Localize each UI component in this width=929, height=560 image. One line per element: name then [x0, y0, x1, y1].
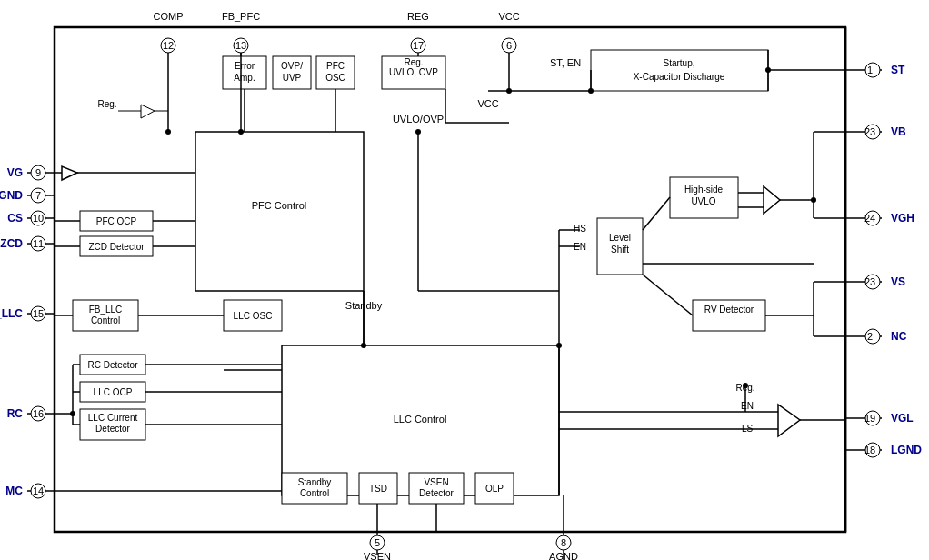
vcc-top-label: VCC: [498, 11, 519, 22]
agnd-pin-num: 8: [561, 537, 566, 548]
mc-pin-num: 14: [33, 485, 44, 496]
pfc-osc-label: PFC: [326, 61, 345, 71]
fb-llc-pin-num: 15: [33, 308, 44, 319]
cs-pin-label: CS: [7, 212, 23, 225]
svg-line-12: [141, 105, 155, 111]
tsd-label: TSD: [369, 484, 387, 494]
comp-pin-num: 12: [163, 40, 174, 51]
llc-ocp-label: LLC OCP: [94, 387, 133, 397]
llc-current-det-label: LLC Current: [88, 413, 138, 423]
svg-line-99: [643, 275, 693, 315]
cs-pin-num: 10: [33, 213, 44, 224]
llc-osc-label: LLC OSC: [234, 311, 273, 321]
vsen-pin-label: VSEN: [364, 551, 391, 560]
vsen-det-label: VSEN: [424, 477, 448, 487]
vcc-inner-label: VCC: [477, 98, 498, 109]
uvlo-ovp-label: UVLO/OVP: [393, 114, 444, 125]
rv-detector-label: RV Detector: [704, 305, 754, 315]
reg-label: REG: [407, 11, 429, 22]
rc-pin-label: RC: [7, 407, 24, 420]
zcd-pin-num: 11: [33, 238, 44, 249]
st-pin-label: ST: [891, 64, 905, 76]
svg-point-112: [361, 343, 366, 348]
lgnd-pin-num: 18: [864, 445, 875, 455]
svg-point-125: [588, 88, 594, 94]
pfc-ocp-label: PFC OCP: [96, 216, 137, 226]
svg-point-127: [765, 67, 771, 73]
pgnd-pin-num: 7: [35, 190, 41, 201]
rc-pin-num: 16: [33, 408, 44, 419]
nc-pin-num: 2: [867, 331, 873, 342]
ovp-uvp-label: OVP/: [281, 61, 303, 71]
reg-uvlo-ovp-label: Reg.: [404, 57, 423, 67]
svg-point-143: [415, 129, 421, 135]
hs-label: HS: [574, 224, 586, 234]
reg-uvlo-ovp-label2: UVLO, OVP: [389, 67, 438, 77]
vg-pin-label: VG: [7, 166, 23, 179]
vsen-det-label2: Detector: [419, 488, 454, 498]
standby-control-label2: Control: [300, 488, 329, 498]
vsen-pin-num: 5: [375, 537, 380, 548]
zcd-detector-label: ZCD Detector: [88, 242, 145, 252]
vgl-pin-label: VGL: [891, 412, 914, 425]
high-side-uvlo-label2: UVLO: [691, 196, 715, 206]
svg-marker-51: [62, 166, 77, 180]
llc-control-label: LLC Control: [394, 414, 447, 425]
fb-pfc-pin-num: 13: [235, 40, 246, 51]
svg-rect-50: [195, 132, 364, 291]
svg-rect-15: [591, 50, 768, 91]
fb-llc-pin-label: FB_LLC: [0, 307, 23, 320]
comp-label: COMP: [154, 11, 184, 22]
nc-pin-label: NC: [891, 330, 907, 343]
rc-detector-label: RC Detector: [87, 360, 138, 370]
high-side-uvlo-label: High-side: [684, 185, 724, 195]
standby-control-label: Standby: [298, 477, 332, 487]
diagram-container: COMP 12 FB_PFC 13 REG 17 VCC 6 Error Amp…: [0, 0, 929, 560]
st-pin-num: 1: [867, 65, 873, 75]
zcd-pin-label: ZCD: [0, 237, 23, 250]
vb-pin-num: 23: [864, 126, 875, 137]
vgl-pin-num: 19: [864, 413, 875, 424]
vs-pin-num: 23: [864, 276, 875, 287]
en-right-label: EN: [741, 401, 754, 411]
vs-pin-label: VS: [891, 275, 905, 288]
ovp-uvp-label2: UVP: [283, 73, 302, 83]
vb-pin-label: VB: [891, 125, 906, 138]
vgh-pin-label: VGH: [891, 212, 914, 225]
vgh-pin-num: 24: [864, 213, 875, 224]
error-amp-label: Error: [235, 61, 255, 71]
agnd-pin-label: AGND: [549, 551, 578, 560]
svg-point-97: [811, 197, 816, 203]
pfc-osc-label2: OSC: [325, 73, 345, 83]
pfc-control-label: PFC Control: [252, 200, 307, 211]
fb-llc-control-label: FB_LLC: [89, 305, 123, 315]
olp-label: OLP: [485, 484, 504, 494]
fb-llc-control-label2: Control: [91, 315, 120, 325]
level-shift-label2: Shift: [611, 245, 629, 255]
svg-point-142: [238, 129, 244, 135]
startup-label: Startup,: [663, 58, 694, 68]
svg-point-141: [506, 88, 512, 94]
svg-line-93: [643, 197, 670, 230]
reg-small-label: Reg.: [97, 99, 116, 109]
svg-point-75: [70, 411, 75, 416]
vg-pin-num: 9: [35, 167, 41, 178]
mc-pin-label: MC: [5, 485, 23, 497]
svg-point-116: [165, 129, 171, 135]
svg-line-13: [141, 111, 155, 118]
vcc-pin-num: 6: [506, 40, 512, 51]
startup-label2: X-Capacitor Discharge: [634, 72, 725, 82]
level-shift-label: Level: [609, 233, 631, 243]
reg-pin-num: 17: [413, 40, 424, 51]
pgnd-pin-label: PGND: [0, 189, 23, 202]
fb-pfc-label: FB_PFC: [222, 11, 260, 22]
lgnd-pin-label: LGND: [891, 444, 922, 456]
llc-current-det-label2: Detector: [95, 424, 130, 434]
error-amp-label2: Amp.: [234, 73, 255, 83]
st-en-label: ST, EN: [550, 57, 581, 68]
